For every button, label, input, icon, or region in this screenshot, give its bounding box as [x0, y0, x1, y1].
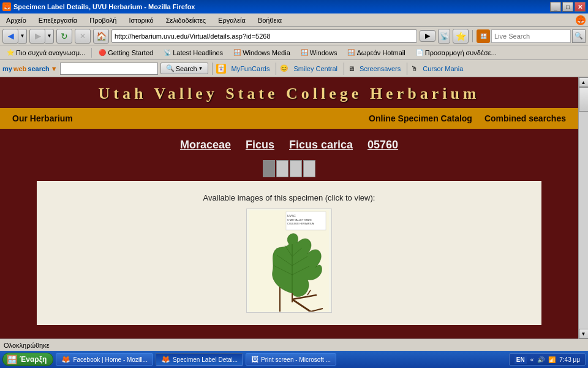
taskbar: 🪟 Έναρξη 🦊 Facebook | Home - Mozill... 🦊… [0, 351, 588, 368]
back-button[interactable]: ◀ [2, 29, 18, 44]
herbarium-title: Utah Valley State College Herbarium [0, 85, 578, 103]
sound-icon: 🔊 [537, 356, 545, 363]
mywebsearch-search-button[interactable]: 🔍 Search ▼ [160, 63, 209, 74]
system-tray: EN « 🔊 📶 7:43 μμ [509, 353, 586, 366]
window-title: Specimen Label Details, UVU Herbarium - … [13, 3, 195, 10]
home-button[interactable]: 🏠 [93, 29, 109, 44]
menu-file[interactable]: Αρχείο [2, 15, 30, 25]
specimen-catalog-link[interactable]: Online Specimen Catalog [369, 113, 472, 123]
tab-2[interactable] [276, 160, 288, 177]
menu-help[interactable]: Βοήθεια [254, 15, 285, 25]
address-input[interactable] [111, 29, 417, 43]
screensavers-link[interactable]: Screensavers [357, 64, 403, 74]
window-controls[interactable]: _ □ ✕ [550, 2, 586, 12]
menu-history[interactable]: Ιστορικό [125, 15, 157, 25]
taskbar-item-specimen[interactable]: 🦊 Specimen Label Detai... [156, 353, 243, 366]
scroll-down-button[interactable]: ▼ [579, 329, 589, 339]
firefox-icon: 🦊 [161, 355, 170, 364]
go-button[interactable]: ▶ [420, 30, 435, 42]
bookmark-icon: 📡 [163, 48, 172, 57]
bookmark-item[interactable]: 🪟 Windows [296, 47, 341, 58]
smiley-central-link[interactable]: Smiley Central [291, 64, 340, 74]
close-button[interactable]: ✕ [575, 2, 586, 12]
tab-1[interactable] [263, 160, 275, 177]
breadcrumb-moraceae[interactable]: Moraceae [180, 139, 231, 151]
forward-button[interactable]: ▶ [29, 29, 45, 44]
minimize-button[interactable]: _ [550, 2, 561, 12]
scrollbar[interactable]: ▲ ▼ [578, 77, 588, 339]
taskbar-item-facebook[interactable]: 🦊 Facebook | Home - Mozill... [56, 353, 153, 366]
leaf-illustration: UVSC UTAH VALLEY STATE COLLEGE HERBARIUM [249, 210, 329, 312]
forward-dropdown[interactable]: ▼ [45, 29, 54, 44]
bookmark-icon: ⭐ [6, 48, 15, 57]
specimen-main: Available images of this specimen (click… [37, 181, 541, 325]
menu-tools[interactable]: Εργαλεία [214, 15, 249, 25]
specimen-image-1[interactable]: UVSC UTAH VALLEY STATE COLLEGE HERBARIUM [246, 209, 332, 313]
menu-bookmarks[interactable]: Σελιδοδείκτες [162, 15, 209, 25]
bookmark-item[interactable]: 📡 Latest Headlines [159, 47, 227, 58]
svg-text:COLLEGE HERBARIUM: COLLEGE HERBARIUM [287, 222, 314, 225]
bookmark-icon: 🪟 [347, 48, 355, 57]
menu-view[interactable]: Προβολή [86, 15, 120, 25]
refresh-button[interactable]: ↻ [56, 29, 72, 44]
screensavers-icon: 🖥 [348, 65, 355, 72]
myfuncards-link[interactable]: MyFunCards [228, 64, 272, 74]
breadcrumb-ficus-carica[interactable]: Ficus carica [289, 139, 353, 151]
toolbar-separator [276, 63, 276, 75]
bookmark-icon: 🪟 [233, 48, 241, 57]
live-search-input[interactable] [491, 29, 571, 43]
separator [91, 48, 92, 58]
live-search-button[interactable]: 🔍 [572, 29, 586, 43]
start-button[interactable]: 🪟 Έναρξη [2, 353, 53, 366]
bookmark-label: Getting Started [108, 49, 153, 56]
separator [472, 30, 473, 42]
specimen-images: UVSC UTAH VALLEY STATE COLLEGE HERBARIUM [49, 209, 529, 313]
specimen-instruction: Available images of this specimen (click… [49, 193, 529, 202]
stop-button[interactable]: ✕ [75, 29, 91, 44]
live-search-area: 🪟 🔍 [477, 29, 586, 43]
herbarium-header: Utah Valley State College Herbarium [0, 77, 578, 108]
bookmark-label: Προσαρμογή συνδέσε... [425, 49, 497, 56]
scroll-track[interactable] [579, 87, 589, 329]
svg-text:UVSC: UVSC [287, 214, 296, 218]
rss-icon[interactable]: 📡 [438, 29, 450, 44]
cursor-mania-link[interactable]: Cursor Mania [420, 64, 466, 74]
tray-hide-button[interactable]: « [530, 356, 534, 363]
taskbar-item-label: Print screen - Microsoft ... [261, 356, 331, 363]
title-bar: 🦊 Specimen Label Details, UVU Herbarium … [0, 0, 588, 13]
bookmark-item[interactable]: 📄 Προσαρμογή συνδέσε... [412, 47, 500, 58]
maximize-button[interactable]: □ [562, 2, 573, 12]
windows-icon: 🪟 [7, 355, 17, 364]
favorites-button[interactable]: ⭐ [453, 29, 469, 44]
mywebsearch-input[interactable] [60, 63, 158, 75]
menu-edit[interactable]: Επεξεργασία [35, 15, 81, 25]
breadcrumb-id[interactable]: 05760 [368, 139, 398, 151]
combined-searches-link[interactable]: Combined searches [484, 113, 566, 123]
breadcrumb: Moraceae Ficus Ficus carica 05760 [0, 129, 578, 156]
bookmark-label: Windows Media [243, 49, 290, 56]
scroll-up-button[interactable]: ▲ [579, 77, 589, 87]
bookmark-item[interactable]: ⭐ Πιο συχνά αναγνωσμ... [2, 47, 89, 58]
scroll-thumb[interactable] [579, 87, 589, 112]
website-content: Utah Valley State College Herbarium Our … [0, 77, 578, 339]
bookmark-item[interactable]: 🔴 Getting Started [94, 47, 157, 58]
taskbar-item-printscreen[interactable]: 🖼 Print screen - Microsoft ... [246, 353, 336, 366]
back-dropdown[interactable]: ▼ [18, 29, 27, 44]
status-text: Ολοκληρώθηκε [4, 342, 50, 349]
breadcrumb-ficus[interactable]: Ficus [246, 139, 274, 151]
tab-4[interactable] [303, 160, 315, 177]
tab-3[interactable] [290, 160, 302, 177]
bookmarks-bar: ⭐ Πιο συχνά αναγνωσμ... 🔴 Getting Starte… [0, 45, 588, 60]
toolbar-separator [407, 63, 407, 75]
bookmark-item[interactable]: 🪟 Δωρεάν Hotmail [343, 47, 409, 58]
search-dropdown-arrow: ▼ [198, 66, 203, 71]
taskbar-item-label: Facebook | Home - Mozill... [73, 356, 148, 363]
firefox-icon: 🦊 [61, 355, 70, 364]
toolbar-separator [212, 63, 213, 75]
specimen-tabs [0, 156, 578, 181]
our-herbarium-link[interactable]: Our Herbarium [12, 113, 73, 123]
firefox-logo: 🦊 [576, 15, 586, 25]
start-label: Έναρξη [20, 355, 47, 364]
search-engine-logo: 🪟 [477, 29, 490, 43]
bookmark-item[interactable]: 🪟 Windows Media [229, 47, 294, 58]
